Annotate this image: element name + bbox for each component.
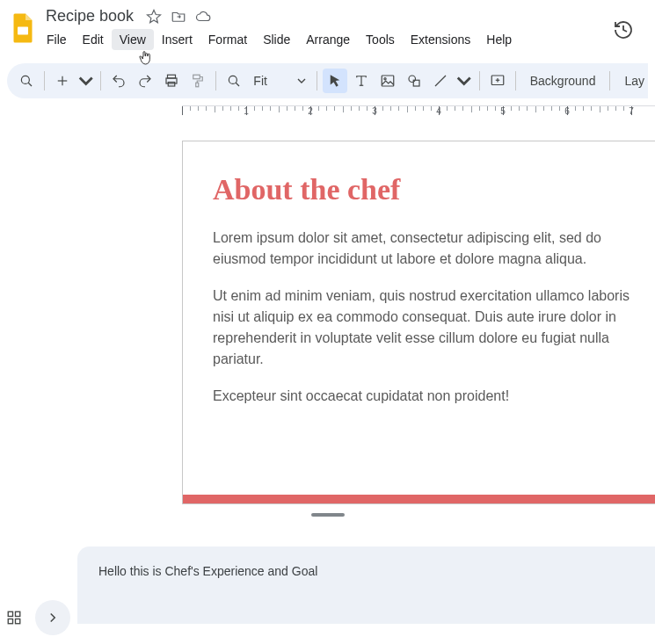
ruler-tick <box>398 106 399 111</box>
ruler-tick <box>423 106 424 111</box>
ruler-tick <box>583 106 584 111</box>
svg-rect-15 <box>382 76 395 86</box>
ruler-tick <box>215 106 215 112</box>
ruler-number: 3 <box>372 106 377 116</box>
speaker-notes-text[interactable]: Hello this is Chef's Experience and Goal <box>98 564 317 578</box>
ruler-tick <box>254 106 255 111</box>
canvas-area[interactable]: About the chef Lorem ipsum dolor sit ame… <box>0 130 655 525</box>
ruler-tick <box>623 106 624 111</box>
separator <box>44 71 45 90</box>
ruler-tick <box>343 106 344 112</box>
separator <box>515 71 516 90</box>
ruler-tick <box>431 106 432 111</box>
menu-view[interactable]: View <box>112 29 154 50</box>
insert-image-button[interactable] <box>375 69 400 93</box>
redo-button[interactable] <box>133 69 157 93</box>
ruler-tick <box>182 106 183 115</box>
ruler-tick <box>262 106 263 111</box>
ruler-tick <box>270 106 271 111</box>
ruler-tick <box>230 106 231 111</box>
ruler-tick <box>535 106 536 112</box>
new-slide-dropdown[interactable] <box>76 69 95 93</box>
slide-paragraph: Lorem ipsum dolor sit amet, consectetur … <box>213 228 640 270</box>
ruler-tick <box>511 106 512 111</box>
menu-format[interactable]: Format <box>200 29 255 50</box>
menu-edit[interactable]: Edit <box>75 29 112 50</box>
speaker-notes-panel[interactable]: Hello this is Chef's Experience and Goal <box>77 546 655 624</box>
app-logo[interactable] <box>7 7 39 49</box>
svg-rect-25 <box>8 619 12 624</box>
ruler-tick <box>591 106 592 111</box>
ruler-tick <box>359 106 360 111</box>
paint-format-button[interactable] <box>186 69 210 93</box>
zoom-tool-button[interactable] <box>222 69 246 93</box>
slide-paragraph: Ut enim ad minim veniam, quis nostrud ex… <box>213 286 640 370</box>
print-button[interactable] <box>159 69 184 93</box>
ruler-tick <box>543 106 544 111</box>
grid-view-button[interactable] <box>2 600 26 635</box>
undo-button[interactable] <box>106 69 131 93</box>
menu-help[interactable]: Help <box>478 29 520 50</box>
ruler-tick <box>302 106 303 111</box>
titlebar: Recipe book File Edit View Insert Format… <box>0 0 655 56</box>
cloud-status-icon[interactable] <box>195 9 211 25</box>
new-slide-button[interactable] <box>50 69 75 93</box>
ruler-tick <box>415 106 416 111</box>
textbox-button[interactable] <box>349 69 374 93</box>
menu-slide[interactable]: Slide <box>255 29 298 50</box>
menu-file[interactable]: File <box>39 29 75 50</box>
svg-point-11 <box>229 76 237 83</box>
move-icon[interactable] <box>171 9 186 25</box>
ruler-number: 2 <box>308 106 313 116</box>
ruler-tick <box>487 106 488 111</box>
slide-paragraph: Excepteur sint occaecat cupidatat non pr… <box>213 386 640 407</box>
insert-line-dropdown[interactable] <box>455 69 473 93</box>
svg-rect-26 <box>16 619 20 624</box>
ruler: 1234567 <box>0 105 655 123</box>
svg-rect-23 <box>8 611 12 616</box>
separator <box>479 71 480 90</box>
layout-button[interactable]: Lay <box>615 74 644 88</box>
insert-comment-button[interactable] <box>485 69 510 93</box>
ruler-tick <box>407 106 408 112</box>
ruler-tick <box>334 106 335 111</box>
svg-point-17 <box>409 76 416 83</box>
filmstrip-toggle-button[interactable] <box>35 600 70 635</box>
ruler-number: 6 <box>564 106 570 116</box>
toolbar: Fit Background Lay <box>7 63 648 98</box>
svg-point-16 <box>384 78 386 80</box>
notes-resize-handle[interactable] <box>311 513 345 517</box>
ruler-number: 4 <box>436 106 441 116</box>
ruler-tick <box>367 106 368 111</box>
ruler-tick <box>190 106 191 111</box>
separator <box>609 71 610 90</box>
slide-body[interactable]: Lorem ipsum dolor sit amet, consectetur … <box>183 206 640 407</box>
version-history-button[interactable] <box>611 18 636 42</box>
ruler-tick <box>390 106 391 111</box>
separator <box>317 71 317 90</box>
menu-tools[interactable]: Tools <box>358 29 403 50</box>
menu-extensions[interactable]: Extensions <box>403 29 478 50</box>
slide[interactable]: About the chef Lorem ipsum dolor sit ame… <box>182 141 655 504</box>
select-tool-button[interactable] <box>323 69 347 93</box>
doc-title[interactable]: Recipe book <box>42 7 137 25</box>
search-menus-button[interactable] <box>14 69 39 93</box>
svg-line-12 <box>237 83 240 86</box>
insert-line-button[interactable] <box>428 69 453 93</box>
ruler-tick <box>495 106 496 111</box>
zoom-select[interactable]: Fit <box>248 74 311 88</box>
ruler-tick <box>479 106 480 111</box>
ruler-tick <box>295 106 295 111</box>
menubar: File Edit View Insert Format Slide Arran… <box>39 29 648 50</box>
ruler-tick <box>527 106 528 111</box>
ruler-number: 5 <box>500 106 506 116</box>
background-button[interactable]: Background <box>521 74 605 88</box>
menu-arrange[interactable]: Arrange <box>298 29 358 50</box>
ruler-number: 7 <box>629 106 634 116</box>
ruler-tick <box>600 106 600 112</box>
menu-insert[interactable]: Insert <box>154 29 200 50</box>
star-icon[interactable] <box>146 9 162 25</box>
ruler-tick <box>382 106 383 111</box>
slide-title[interactable]: About the chef <box>183 141 655 206</box>
insert-shape-button[interactable] <box>402 69 426 93</box>
